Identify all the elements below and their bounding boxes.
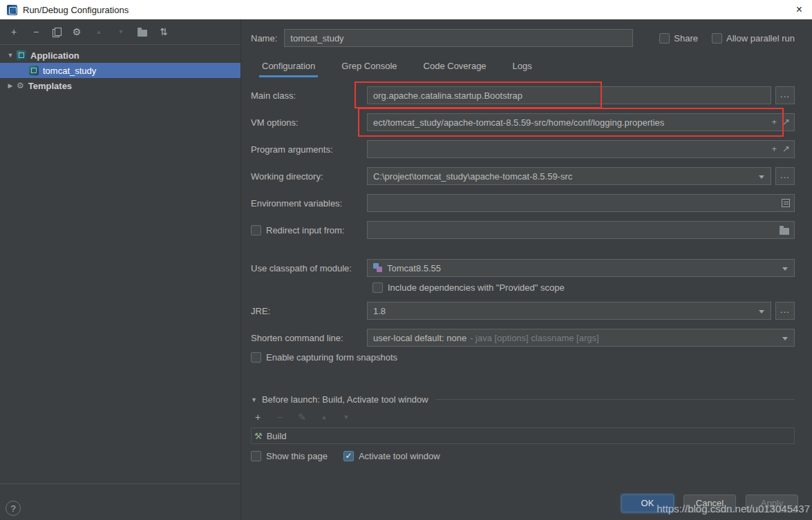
chevron-down-icon[interactable] — [759, 310, 764, 314]
jre-dropdown[interactable]: 1.8 — [367, 302, 771, 320]
expand-field-icon[interactable]: ↗ — [782, 144, 790, 154]
browse-jre-button[interactable]: ... — [775, 302, 795, 320]
activate-tool-window-checkbox[interactable]: ✓ — [343, 451, 354, 461]
name-input[interactable] — [284, 29, 633, 47]
dialog-content: + − ⚙ ▲ ▼ ⇅ ▼ Application tomcat_study — [0, 19, 812, 520]
run-configuration-icon — [29, 66, 39, 75]
tree-item-tomcat-study[interactable]: tomcat_study — [0, 63, 240, 78]
separator-line — [435, 399, 795, 400]
snapshots-row: Enable capturing form snapshots — [251, 352, 795, 363]
macros-plus-icon[interactable]: + — [771, 144, 777, 154]
apply-button[interactable]: Apply — [746, 494, 798, 512]
add-task-icon[interactable]: + — [252, 412, 263, 423]
main-class-row: Main class: ... — [251, 86, 795, 104]
sidebar-toolbar: + − ⚙ ▲ ▼ ⇅ — [0, 19, 240, 44]
program-arguments-row: Program arguments: + ↗ — [251, 140, 795, 158]
edit-variables-icon[interactable] — [782, 199, 790, 207]
vm-options-input[interactable] — [367, 113, 795, 131]
before-launch-title: Before launch: Build, Activate tool wind… — [262, 394, 428, 405]
macros-plus-icon[interactable]: + — [771, 117, 777, 127]
chevron-down-icon[interactable]: ▼ — [251, 396, 257, 403]
vm-options-label: VM options: — [251, 117, 367, 128]
chevron-right-icon[interactable]: ▶ — [6, 82, 15, 89]
dialog-buttons: OK Cancel Apply — [621, 494, 798, 512]
browse-working-directory-button[interactable]: ... — [775, 167, 795, 185]
move-down-icon[interactable]: ▼ — [341, 412, 352, 423]
expand-field-icon[interactable]: ↗ — [782, 117, 790, 127]
edit-defaults-icon[interactable]: ⚙ — [71, 26, 82, 37]
configuration-editor: Name: Share Allow parallel run Configura… — [241, 19, 812, 520]
tree-item-label: tomcat_study — [43, 66, 96, 76]
main-class-input[interactable] — [367, 86, 771, 104]
shorten-command-line-dropdown[interactable]: user-local default: none - java [options… — [367, 329, 795, 347]
classpath-module-dropdown[interactable]: Tomcat8.5.55 — [367, 259, 795, 277]
tree-item-label: Application — [30, 50, 79, 61]
classpath-module-row: Use classpath of module: Tomcat8.5.55 — [251, 259, 795, 277]
run-debug-configurations-dialog: Run/Debug Configurations × + − ⚙ ▲ ▼ ⇅ ▼… — [0, 0, 812, 520]
chevron-down-icon[interactable]: ▼ — [6, 52, 15, 59]
move-up-icon[interactable]: ▲ — [93, 26, 104, 37]
chevron-down-icon[interactable] — [782, 337, 788, 340]
jre-value: 1.8 — [373, 306, 386, 316]
program-arguments-label: Program arguments: — [251, 144, 367, 155]
help-button[interactable]: ? — [6, 501, 21, 516]
templates-icon: ⚙ — [17, 81, 24, 90]
build-hammer-icon: ⚒ — [254, 431, 263, 441]
copy-configuration-icon[interactable] — [53, 28, 60, 37]
before-launch-header[interactable]: ▼ Before launch: Build, Activate tool wi… — [251, 394, 795, 405]
tree-item-application[interactable]: ▼ Application — [0, 48, 240, 63]
show-this-page-label: Show this page — [266, 451, 328, 461]
module-icon — [373, 263, 383, 273]
help-icon: ? — [10, 503, 15, 514]
redirect-input-input[interactable] — [367, 221, 795, 239]
new-folder-icon[interactable] — [138, 30, 147, 37]
environment-variables-input[interactable] — [367, 194, 795, 212]
remove-task-icon[interactable]: − — [274, 412, 285, 423]
configuration-tabs: Configuration Grep Console Code Coverage… — [251, 58, 795, 77]
chevron-down-icon[interactable] — [782, 267, 788, 271]
tab-code-coverage[interactable]: Code Coverage — [421, 58, 489, 77]
configurations-sidebar: + − ⚙ ▲ ▼ ⇅ ▼ Application tomcat_study — [0, 19, 241, 520]
allow-parallel-run-checkbox[interactable] — [712, 33, 722, 44]
move-down-icon[interactable]: ▼ — [115, 26, 126, 37]
shorten-command-line-hint: - java [options] classname [args] — [470, 333, 598, 343]
add-configuration-icon[interactable]: + — [8, 26, 19, 37]
jre-label: JRE: — [251, 306, 367, 316]
tab-grep-console[interactable]: Grep Console — [339, 58, 399, 77]
working-directory-input[interactable] — [373, 168, 751, 184]
chevron-down-icon[interactable] — [759, 175, 764, 179]
show-this-page-checkbox[interactable] — [251, 451, 261, 461]
name-row-options: Share Allow parallel run — [659, 33, 795, 44]
program-arguments-input[interactable] — [367, 140, 795, 158]
redirect-input-checkbox[interactable] — [251, 225, 261, 235]
before-launch-toolbar: + − ✎ ▲ ▼ — [251, 412, 795, 423]
close-icon[interactable]: × — [793, 4, 805, 15]
capture-snapshots-label: Enable capturing form snapshots — [266, 352, 397, 363]
vm-options-row: VM options: + ↗ — [251, 113, 795, 131]
ok-button[interactable]: OK — [621, 494, 674, 512]
browse-main-class-button[interactable]: ... — [775, 86, 795, 104]
move-up-icon[interactable]: ▲ — [319, 412, 330, 423]
edit-task-icon[interactable]: ✎ — [296, 412, 308, 423]
provided-scope-row: Include dependencies with "Provided" sco… — [372, 282, 795, 293]
provided-scope-checkbox[interactable] — [372, 282, 383, 293]
name-label: Name: — [251, 33, 277, 44]
allow-parallel-run-label: Allow parallel run — [726, 33, 795, 44]
task-item-build[interactable]: ⚒ Build — [252, 428, 794, 443]
tree-item-templates[interactable]: ▶ ⚙ Templates — [0, 78, 240, 93]
capture-snapshots-checkbox[interactable] — [251, 352, 261, 363]
tab-logs[interactable]: Logs — [510, 58, 535, 77]
dialog-title: Run/Debug Configurations — [23, 5, 129, 15]
working-directory-combo[interactable] — [367, 167, 771, 185]
shorten-command-line-row: Shorten command line: user-local default… — [251, 329, 795, 347]
classpath-module-value: Tomcat8.5.55 — [387, 263, 441, 273]
tab-configuration[interactable]: Configuration — [259, 58, 318, 77]
share-checkbox[interactable] — [659, 33, 670, 44]
before-launch-options: Show this page ✓ Activate tool window — [251, 451, 795, 461]
name-row: Name: Share Allow parallel run — [251, 29, 795, 47]
classpath-module-label: Use classpath of module: — [251, 263, 367, 273]
remove-configuration-icon[interactable]: − — [30, 26, 41, 37]
sort-configurations-icon[interactable]: ⇅ — [158, 26, 169, 37]
cancel-button[interactable]: Cancel — [683, 494, 736, 512]
folder-icon[interactable] — [780, 228, 789, 235]
